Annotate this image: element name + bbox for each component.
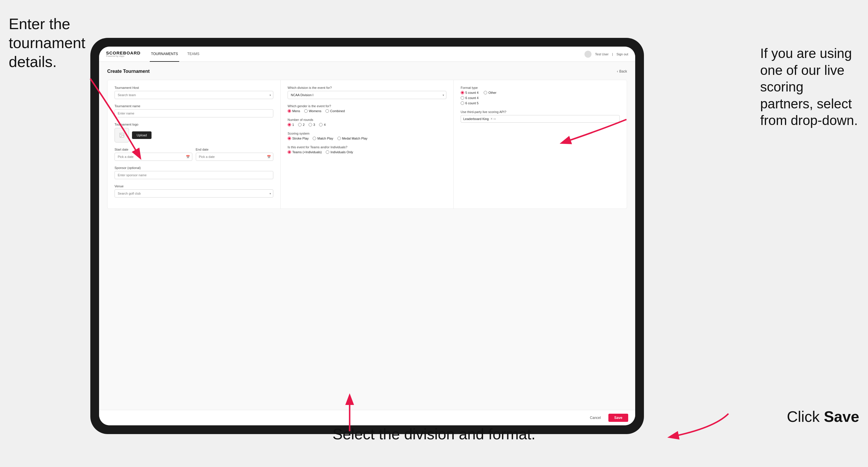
sponsor-input[interactable] [115, 171, 273, 179]
end-date-input[interactable] [196, 153, 274, 161]
form-page: Create Tournament ‹ Back Tournament Host [99, 62, 635, 216]
tab-tournaments[interactable]: TOURNAMENTS [150, 46, 179, 62]
division-select[interactable]: NCAA Division I [287, 91, 446, 99]
cancel-button[interactable]: Cancel [585, 414, 606, 422]
save-button[interactable]: Save [609, 414, 628, 422]
content-area: Create Tournament ‹ Back Tournament Host [99, 62, 635, 410]
back-link[interactable]: ‹ Back [617, 69, 627, 73]
middle-column: Which division is the event for? NCAA Di… [281, 80, 454, 209]
rounds-3[interactable]: 3 [309, 123, 315, 126]
gender-mens[interactable]: Mens [287, 109, 300, 113]
scoreboard-logo: SCOREBOARD Powered by clippi [106, 51, 141, 57]
teams-label: Is this event for Teams and/or Individua… [287, 145, 446, 149]
format-other[interactable]: Other [484, 91, 496, 94]
api-group: Use third-party live scoring API? Leader… [461, 110, 620, 123]
teams-plus-individuals[interactable]: Teams (+Individuals) [287, 150, 322, 154]
avatar [585, 51, 591, 58]
start-date-group: Start date 📅 [115, 148, 192, 161]
format-label: Format type [461, 86, 620, 89]
sponsor-group: Sponsor (optional) [115, 166, 273, 179]
tournament-name-input[interactable] [115, 109, 273, 117]
name-label: Tournament name [115, 104, 273, 108]
gender-label: Which gender is the event for? [287, 104, 446, 108]
tablet-screen: SCOREBOARD Powered by clippi TOURNAMENTS… [99, 46, 635, 425]
start-date-input[interactable] [115, 153, 192, 161]
annotation-enter-details: Enter the tournament details. [9, 14, 90, 71]
user-name: Test User [595, 53, 609, 56]
rounds-group: Number of rounds 1 2 [287, 118, 446, 126]
teams-radio-group: Teams (+Individuals) Individuals Only [287, 150, 446, 154]
date-row: Start date 📅 End date 📅 [115, 148, 273, 161]
scoring-stroke[interactable]: Stroke Play [287, 137, 309, 140]
sponsor-label: Sponsor (optional) [115, 166, 273, 169]
logo-placeholder [115, 128, 129, 143]
page-header: Create Tournament ‹ Back [107, 69, 627, 74]
teams-group: Is this event for Teams and/or Individua… [287, 145, 446, 154]
logo-upload-area: Upload [115, 128, 273, 143]
gender-womens[interactable]: Womens [304, 109, 321, 113]
format-row-1: 5 count 4 Other [461, 91, 620, 94]
navbar-right: Test User | Sign out [585, 51, 628, 58]
page-title: Create Tournament [107, 69, 150, 74]
rounds-1[interactable]: 1 [287, 123, 294, 126]
scoring-radio-group: Stroke Play Match Play Medal Match Play [287, 137, 446, 140]
division-label: Which division is the event for? [287, 86, 446, 89]
scoring-group: Scoring system Stroke Play Match Play [287, 132, 446, 140]
venue-label: Venue [115, 184, 273, 188]
remove-api-tag[interactable]: × ‹› [490, 117, 496, 121]
gender-combined[interactable]: Combined [326, 109, 345, 113]
logo-label: Tournament logo [115, 123, 273, 126]
host-label: Tournament Host [115, 86, 273, 89]
signout-separator: | [612, 53, 613, 56]
api-tag: Leaderboard King × ‹› [461, 115, 620, 123]
powered-by: Powered by clippi [106, 55, 141, 57]
rounds-2[interactable]: 2 [298, 123, 305, 126]
api-value: Leaderboard King [463, 117, 489, 121]
brand-name: SCOREBOARD [106, 51, 141, 55]
format-5count4[interactable]: 5 count 4 [461, 91, 478, 94]
logo-group: Tournament logo Upload [115, 123, 273, 143]
form-grid: Tournament Host Tournament name Tourname… [107, 80, 627, 209]
api-label: Use third-party live scoring API? [461, 110, 620, 114]
format-group: Format type 5 count 4 Other [461, 86, 620, 105]
rounds-4[interactable]: 4 [319, 123, 326, 126]
click-save-bold: Save [824, 408, 859, 425]
annotation-live-scoring: If you are using one of our live scoring… [760, 45, 859, 129]
host-group: Tournament Host [115, 86, 273, 99]
gender-group: Which gender is the event for? Mens Wome… [287, 104, 446, 113]
action-bar: Cancel Save [99, 410, 635, 425]
search-golf-club-input[interactable] [115, 189, 273, 197]
scoring-match[interactable]: Match Play [313, 137, 333, 140]
individuals-only[interactable]: Individuals Only [326, 150, 353, 154]
end-date-label: End date [196, 148, 274, 151]
navbar: SCOREBOARD Powered by clippi TOURNAMENTS… [99, 46, 635, 62]
format-6count4[interactable]: 6 count 4 [461, 96, 620, 100]
nav-tabs: TOURNAMENTS TEAMS [150, 46, 200, 62]
signout-link[interactable]: Sign out [617, 53, 628, 56]
tab-teams[interactable]: TEAMS [186, 46, 200, 62]
click-save-prefix: Click [787, 408, 824, 425]
annotation-select-division: Select the division and format. [333, 425, 535, 444]
rounds-radio-group: 1 2 3 [287, 123, 446, 126]
scoring-label: Scoring system [287, 132, 446, 135]
back-chevron: ‹ [617, 69, 618, 73]
end-date-group: End date 📅 [196, 148, 274, 161]
division-group: Which division is the event for? NCAA Di… [287, 86, 446, 99]
annotation-click-save: Click Save [787, 407, 859, 426]
svg-point-1 [121, 134, 122, 135]
navbar-left: SCOREBOARD Powered by clippi TOURNAMENTS… [106, 46, 200, 62]
search-team-input[interactable] [115, 91, 273, 99]
format-options: 5 count 4 Other 6 count 4 [461, 91, 620, 105]
venue-group: Venue [115, 184, 273, 197]
back-label: Back [619, 69, 627, 73]
format-6count5[interactable]: 6 count 5 [461, 101, 620, 105]
rounds-label: Number of rounds [287, 118, 446, 122]
name-group: Tournament name [115, 104, 273, 117]
tablet-shell: SCOREBOARD Powered by clippi TOURNAMENTS… [90, 38, 644, 434]
right-column: Format type 5 count 4 Other [454, 80, 627, 209]
start-date-label: Start date [115, 148, 192, 151]
gender-radio-group: Mens Womens Combined [287, 109, 446, 113]
scoring-medal-match[interactable]: Medal Match Play [337, 137, 367, 140]
upload-button[interactable]: Upload [132, 131, 152, 139]
left-column: Tournament Host Tournament name Tourname… [107, 80, 281, 209]
